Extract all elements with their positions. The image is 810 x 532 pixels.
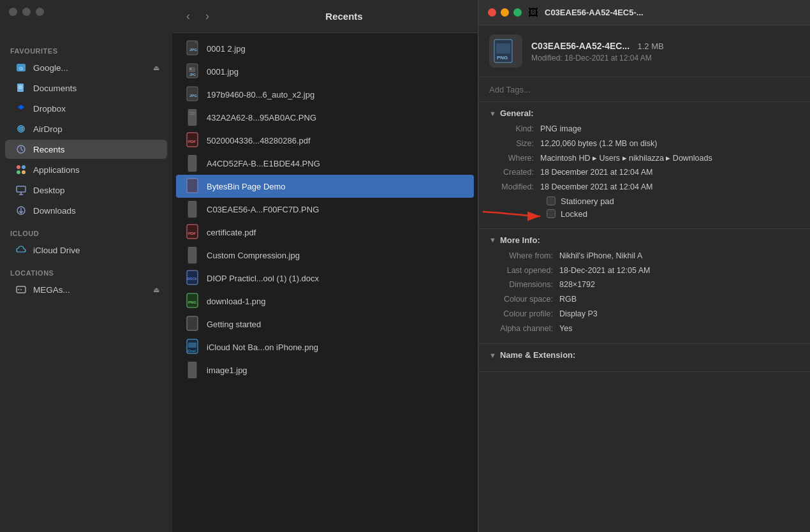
info-tags [479, 77, 810, 102]
window-maximize-button[interactable] [36, 8, 44, 16]
toolbar-title: Recents [221, 11, 468, 22]
sidebar-item-downloads[interactable]: Downloads [5, 201, 167, 220]
megas-icon [15, 284, 27, 295]
alpha-value: Yes [559, 323, 800, 335]
created-row: Created: 18 December 2021 at 12:04 AM [489, 166, 800, 179]
info-maximize-button[interactable] [513, 8, 522, 17]
file-name: C03EAE56-A...F00FC7D.PNG [207, 205, 464, 214]
modified-value: 18 December 2021 at 12:04 AM [540, 181, 800, 193]
file-item[interactable]: JPG 197b9460-80...6_auto_x2.jpg [176, 83, 474, 106]
info-close-button[interactable] [488, 8, 496, 17]
toolbar: ‹ › Recents [172, 0, 478, 33]
file-item[interactable]: DOCX DIOP Practicl...ool (1) (1).docx [176, 267, 474, 290]
file-thumb: JPG [186, 40, 200, 57]
file-item[interactable]: C03EAE56-A...F00FC7D.PNG [176, 198, 474, 221]
window-close-button[interactable] [9, 8, 17, 16]
info-file-name: C03EAE56-AA52-4EC... [531, 41, 630, 51]
window-controls [9, 8, 44, 16]
file-name: 0001.jpg [207, 67, 464, 77]
recents-icon [15, 144, 27, 155]
back-button[interactable]: ‹ [182, 7, 194, 26]
created-label: Created: [489, 166, 540, 179]
window-minimize-button[interactable] [22, 8, 31, 16]
sidebar-item-megas[interactable]: MEGAs... ⏏ [5, 280, 167, 299]
applications-icon [15, 164, 27, 175]
svg-rect-32 [188, 109, 196, 126]
sidebar-item-desktop-label: Desktop [33, 186, 159, 195]
sidebar-item-recents[interactable]: Recents [5, 140, 167, 159]
sidebar-item-documents-label: Documents [33, 84, 159, 93]
stationery-checkbox[interactable] [547, 196, 556, 205]
file-list: JPG 0001 2.jpg JPG 0001.jpg JPG 197b9460… [172, 33, 478, 532]
colour-space-row: Colour space: RGB [489, 293, 800, 306]
sidebar-item-applications[interactable]: Applications [5, 160, 167, 179]
colour-profile-label: Colour profile: [489, 308, 559, 320]
svg-text:JPG: JPG [189, 94, 197, 98]
file-item[interactable]: PDF 5020004336...48280286.pdf [176, 129, 474, 152]
google-drive-icon: G [15, 62, 27, 73]
file-name: BytesBin Page Demo [207, 182, 464, 191]
svg-rect-37 [188, 155, 196, 172]
forward-button[interactable]: › [202, 7, 213, 26]
file-item[interactable]: PNG download-1.png [176, 290, 474, 313]
svg-point-22 [18, 289, 19, 290]
svg-point-28 [190, 68, 192, 70]
info-name-size-row: C03EAE56-AA52-4EC... 1.2 MB [531, 40, 800, 52]
file-thumb [186, 155, 200, 172]
file-item[interactable]: JPG 0001 2.jpg [176, 37, 474, 60]
kind-value: PNG image [540, 123, 800, 135]
sidebar-item-desktop[interactable]: Desktop [5, 181, 167, 200]
locked-checkbox[interactable] [547, 209, 556, 218]
file-item[interactable]: iCloud iCloud Not Ba...on iPhone.png [176, 336, 474, 358]
info-file-modified: Modified: 18-Dec-2021 at 12:04 AM [531, 54, 800, 63]
sidebar-item-documents[interactable]: Documents [5, 78, 167, 98]
file-thumb: PDF [186, 132, 200, 149]
info-file-details: C03EAE56-AA52-4EC... 1.2 MB Modified: 18… [531, 40, 800, 63]
file-thumb [186, 109, 200, 126]
file-thumb [186, 316, 200, 332]
name-ext-label: Name & Extension: [500, 350, 575, 360]
svg-line-11 [21, 149, 23, 151]
more-info-chevron: ▼ [489, 236, 496, 244]
file-name: iCloud Not Ba...on iPhone.png [207, 343, 464, 352]
sidebar-item-icloud-drive[interactable]: iCloud Drive [5, 240, 167, 260]
file-item[interactable]: Getting started [176, 313, 474, 336]
file-item[interactable]: JPG 0001.jpg [176, 60, 474, 83]
more-info-label: More Info: [500, 235, 540, 245]
svg-rect-39 [188, 201, 196, 218]
icloud-drive-icon [15, 244, 27, 256]
tags-input[interactable] [489, 85, 800, 94]
modified-label: Modified: [489, 181, 540, 193]
name-ext-header[interactable]: ▼ Name & Extension: [489, 350, 800, 360]
file-item[interactable]: A4CD52FA-B...E1BDE44.PNG [176, 152, 474, 175]
file-thumb [186, 201, 200, 218]
colour-profile-value: Display P3 [559, 308, 800, 320]
general-section-header[interactable]: ▼ General: [489, 108, 800, 118]
titlebar-filename: C03EAE56-AA52-4EC5-... [545, 8, 801, 17]
file-item[interactable]: Custom Compression.jpg [176, 244, 474, 267]
file-item[interactable]: PDF certificate.pdf [176, 221, 474, 244]
sidebar-item-google[interactable]: G Google... ⏏ [5, 58, 167, 77]
sidebar-item-dropbox[interactable]: Dropbox [5, 99, 167, 118]
main-area: ‹ › Recents JPG 0001 2.jpg JPG 0001.jpg … [172, 0, 478, 532]
file-item[interactable]: 432A2A62-8...95AB0AC.PNG [176, 106, 474, 129]
file-item-selected[interactable]: BytesBin Page Demo [176, 175, 474, 198]
name-ext-section: ▼ Name & Extension: [479, 344, 810, 372]
general-chevron: ▼ [489, 110, 496, 117]
created-value: 18 December 2021 at 12:04 AM [540, 166, 800, 179]
sidebar-item-airdrop[interactable]: AirDrop [5, 119, 167, 138]
where-from-value: Nikhil's iPhone, Nikhil A [559, 250, 800, 262]
svg-text:DOCX: DOCX [188, 277, 197, 281]
file-thumb: iCloud [186, 339, 200, 355]
svg-rect-27 [189, 67, 195, 72]
more-info-header[interactable]: ▼ More Info: [489, 235, 800, 245]
stationery-row: Stationery pad [547, 196, 800, 206]
alpha-label: Alpha channel: [489, 323, 559, 335]
alpha-row: Alpha channel: Yes [489, 323, 800, 335]
colour-space-label: Colour space: [489, 293, 559, 306]
file-thumb: DOCX [186, 270, 200, 286]
info-minimize-button[interactable] [501, 8, 509, 17]
desktop-icon [15, 184, 27, 196]
file-item[interactable]: image1.jpg [176, 358, 474, 381]
file-thumb: JPG [186, 63, 200, 80]
